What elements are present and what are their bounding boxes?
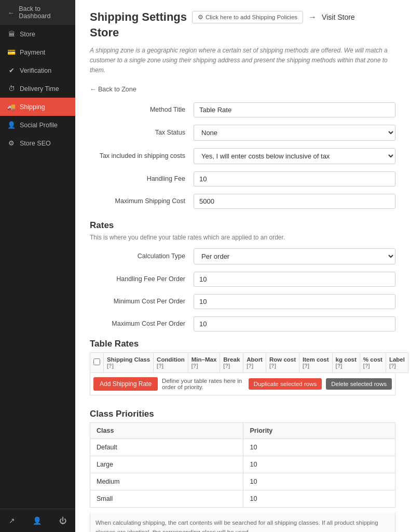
user-icon[interactable]: 👤 (29, 514, 46, 527)
handling-fee-per-order-input[interactable] (194, 272, 395, 287)
sidebar-bottom: ↗ 👤 ⏻ (0, 509, 75, 532)
col-percent-cost: % cost [?] (360, 352, 386, 373)
calculation-type-select[interactable]: Per order (194, 248, 395, 264)
select-all-checkbox[interactable] (93, 358, 100, 365)
col-break: Break [?] (220, 352, 243, 373)
add-shipping-policies-button[interactable]: ⚙ Click here to add Shipping Policies (192, 11, 303, 23)
sidebar-item-shipping[interactable]: 🚚 Shipping (0, 98, 75, 116)
rates-section-title: Rates (90, 220, 395, 231)
sidebar-item-payment[interactable]: 💳 Payment (0, 43, 75, 61)
sidebar-item-store-seo[interactable]: ⚙ Store SEO (0, 134, 75, 152)
back-icon: ← (7, 9, 15, 17)
page-title: Shipping Settings (90, 10, 187, 24)
duplicate-rows-button[interactable]: Duplicate selected rows (249, 378, 322, 390)
table-row: Medium 10 (90, 473, 395, 490)
col-abort: Abort [?] (243, 352, 266, 373)
rates-hint: Define your table rates here in order of… (162, 378, 244, 390)
tax-included-row: Tax included in shipping costs Yes, I wi… (90, 148, 395, 164)
visit-store-link[interactable]: Visit Store (322, 13, 355, 21)
max-cost-per-order-row: Maximum Cost Per Order (90, 316, 395, 331)
col-row-cost: Row cost [?] (266, 352, 299, 373)
handling-fee-per-order-row: Handling Fee Per Order (90, 272, 395, 287)
handling-fee-label: Handling Fee (90, 175, 194, 182)
payment-icon: 💳 (7, 48, 16, 56)
col-kg-cost: kg cost [?] (332, 352, 360, 373)
handling-fee-input[interactable] (194, 171, 395, 187)
priorities-table: Class Priority Default 10 Large 10 Mediu… (90, 422, 395, 508)
sidebar-item-back-dashboard[interactable]: ← Back to Dashboard (0, 0, 75, 25)
handling-fee-per-order-label: Handling Fee Per Order (90, 275, 194, 283)
tax-status-label: Tax Status (90, 129, 194, 136)
gear-small-icon: ⚙ (198, 14, 203, 21)
verification-icon: ✔ (7, 66, 16, 74)
shipping-icon: 🚚 (7, 103, 16, 111)
priorities-priority-col: Priority (243, 422, 395, 438)
col-min-max: Min–Max [?] (188, 352, 220, 373)
store-icon: 🏛 (7, 30, 16, 38)
min-cost-per-order-label: Minimum Cost Per Order (90, 298, 194, 305)
sidebar-item-delivery-time[interactable]: ⏱ Delivery Time (0, 79, 75, 98)
tax-status-row: Tax Status None (90, 125, 395, 141)
table-rates-title: Table Rates (90, 339, 395, 349)
handling-fee-row: Handling Fee (90, 171, 395, 187)
class-cell: Default (90, 438, 243, 456)
class-cell: Medium (90, 473, 243, 490)
delete-rows-button[interactable]: Delete selected rows (326, 378, 392, 390)
tax-status-select[interactable]: None (194, 125, 395, 141)
calculation-type-row: Calculation Type Per order (90, 248, 395, 264)
class-cell: Large (90, 456, 243, 473)
tax-included-select[interactable]: Yes, I will enter costs below inclusive … (194, 148, 395, 164)
priority-cell: 10 (243, 473, 395, 490)
tax-included-label: Tax included in shipping costs (90, 152, 194, 159)
select-all-col (90, 352, 104, 373)
class-cell: Small (90, 490, 243, 507)
rates-section-desc: This is where you define your table rate… (90, 234, 395, 241)
back-to-zone-link[interactable]: ← Back to Zone (90, 86, 136, 93)
max-shipping-label: Maximum Shipping Cost (90, 197, 194, 205)
priorities-class-col: Class (90, 422, 243, 438)
max-shipping-input[interactable] (194, 194, 395, 209)
priority-cell: 10 (243, 456, 395, 473)
power-icon[interactable]: ⏻ (55, 514, 71, 527)
method-title-label: Method Title (90, 106, 194, 113)
max-cost-per-order-input[interactable] (194, 316, 395, 331)
priority-note: When calculating shipping, the cart cont… (90, 513, 395, 532)
sidebar-item-verification[interactable]: ✔ Verification (0, 61, 75, 79)
col-item-cost: Item cost [?] (299, 352, 333, 373)
rates-actions-bar: Add Shipping Rate Define your table rate… (90, 373, 395, 395)
priority-cell: 10 (243, 490, 395, 507)
min-cost-per-order-row: Minimum Cost Per Order (90, 294, 395, 309)
page-header: Shipping Settings ⚙ Click here to add Sh… (90, 10, 395, 24)
class-priorities-title: Class Priorities (90, 409, 395, 419)
delivery-icon: ⏱ (7, 85, 16, 92)
method-title-row: Method Title (90, 102, 395, 117)
method-title-input[interactable] (194, 102, 395, 117)
col-label: Label [?] (386, 352, 408, 373)
min-cost-per-order-input[interactable] (194, 294, 395, 309)
sidebar-item-social-profile[interactable]: 👤 Social Profile (0, 116, 75, 134)
col-shipping-class: Shipping Class [?] (104, 352, 154, 373)
arrow-icon: → (308, 12, 317, 22)
social-icon: 👤 (7, 121, 16, 129)
sidebar: ← Back to Dashboard 🏛 Store 💳 Payment ✔ … (0, 0, 75, 532)
main-content-area: Shipping Settings ⚙ Click here to add Sh… (75, 0, 410, 532)
seo-icon: ⚙ (7, 139, 16, 147)
page-title-line2: Store (90, 26, 395, 39)
add-shipping-rate-button[interactable]: Add Shipping Rate (93, 377, 158, 391)
page-description: A shipping zone is a geographic region w… (90, 46, 395, 76)
table-row: Large 10 (90, 456, 395, 473)
rates-table: Shipping Class [?] Condition [?] Min–Max… (90, 352, 408, 373)
table-row: Small 10 (90, 490, 395, 507)
max-shipping-row: Maximum Shipping Cost (90, 194, 395, 209)
col-condition: Condition [?] (154, 352, 188, 373)
table-row: Default 10 (90, 438, 395, 456)
external-link-icon[interactable]: ↗ (5, 514, 19, 527)
calculation-type-label: Calculation Type (90, 252, 194, 260)
max-cost-per-order-label: Maximum Cost Per Order (90, 320, 194, 327)
sidebar-item-store[interactable]: 🏛 Store (0, 25, 75, 43)
priority-cell: 10 (243, 438, 395, 456)
